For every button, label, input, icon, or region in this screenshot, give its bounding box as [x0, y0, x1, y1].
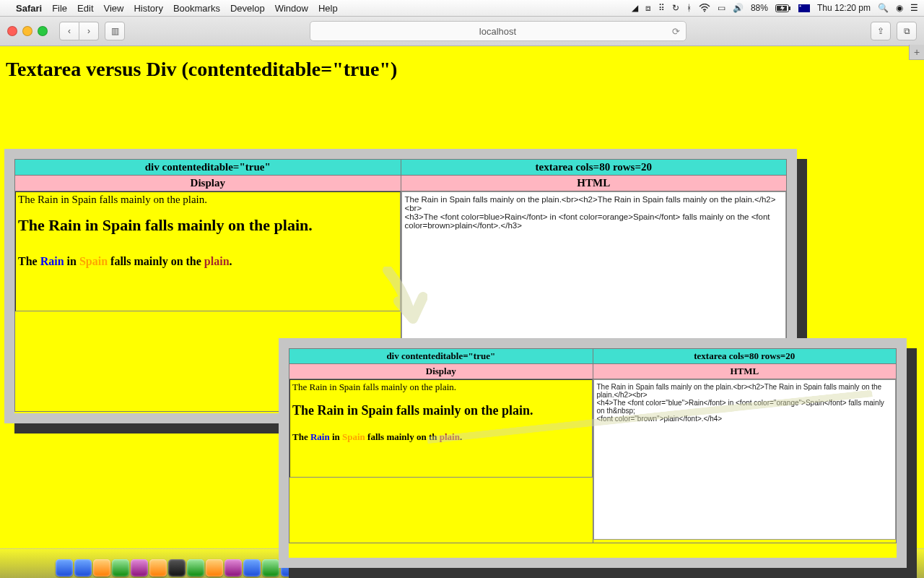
svg-rect-2 [789, 7, 790, 10]
panel1-subheader-html: HTML [401, 176, 787, 191]
dock-app-icon[interactable] [168, 559, 186, 577]
macos-menubar: Safari File Edit View History Bookmarks … [0, 0, 924, 17]
menu-view[interactable]: View [104, 3, 124, 14]
panel1-subheader-display: Display [15, 176, 401, 191]
status-flag-icon[interactable] [798, 4, 810, 12]
menu-window[interactable]: Window [275, 3, 308, 14]
menu-history[interactable]: History [134, 3, 162, 14]
dock-app-icon[interactable] [56, 559, 73, 577]
status-wifi-icon[interactable] [699, 4, 710, 12]
status-battery-percent: 88% [751, 3, 768, 13]
status-grid-icon[interactable]: ⠿ [658, 3, 665, 13]
annotation-arrow-icon [377, 267, 427, 335]
dock-app-icon[interactable] [74, 559, 92, 577]
status-siri-icon[interactable]: ◉ [896, 3, 903, 13]
panel1-header-left: div contenteditable="true" [15, 160, 401, 176]
address-bar[interactable]: localhost ⟳ [310, 21, 687, 41]
dock-app-icon[interactable] [131, 559, 148, 577]
page-body: Textarea versus Div (contenteditable="tr… [0, 46, 924, 543]
status-display-icon[interactable]: ▭ [718, 3, 725, 13]
status-battery-icon[interactable] [775, 4, 791, 12]
status-bluetooth-icon[interactable]: ᚼ [687, 3, 692, 13]
status-spotlight-icon[interactable]: 🔍 [878, 3, 889, 13]
dock-app-icon[interactable] [112, 559, 129, 577]
status-volume-icon[interactable]: 🔊 [733, 3, 744, 13]
panel2-header-left: div contenteditable="true" [289, 349, 593, 364]
panel1-line1: The Rain in Spain falls mainly on the pl… [18, 194, 207, 205]
window-close-button[interactable] [7, 26, 17, 36]
menu-file[interactable]: File [52, 3, 67, 14]
back-button[interactable]: ‹ [59, 22, 79, 40]
app-name[interactable]: Safari [16, 3, 42, 14]
dock-app-icon[interactable] [262, 559, 279, 577]
safari-toolbar: ‹ › ▥ localhost ⟳ ⇪ ⧉ [0, 17, 924, 46]
sidebar-button[interactable]: ▥ [105, 22, 125, 40]
page-title: Textarea versus Div (contenteditable="tr… [6, 58, 918, 81]
status-dropbox-icon[interactable]: ⧈ [645, 3, 651, 13]
panel1-header-right: textarea cols=80 rows=20 [401, 160, 787, 176]
status-avast-icon[interactable]: ◢ [632, 3, 638, 13]
forward-button[interactable]: › [79, 22, 99, 40]
menu-edit[interactable]: Edit [77, 3, 93, 14]
reload-icon[interactable]: ⟳ [672, 26, 680, 37]
window-minimize-button[interactable] [22, 26, 32, 36]
panel1-line3: The Rain in Spain falls mainly on the pl… [18, 255, 398, 268]
dock-app-icon[interactable] [243, 559, 261, 577]
menu-help[interactable]: Help [318, 3, 338, 14]
status-notifications-icon[interactable]: ☰ [910, 3, 918, 13]
panel2-line1: The Rain in Spain falls mainly on the pl… [292, 381, 456, 392]
dock-app-icon[interactable] [93, 559, 110, 577]
menu-develop[interactable]: Develop [230, 3, 265, 14]
panel1-line2: The Rain in Spain falls mainly on the pl… [18, 216, 398, 235]
panel1-contenteditable[interactable]: The Rain in Spain falls mainly on the pl… [15, 191, 401, 311]
window-controls [7, 26, 48, 36]
window-zoom-button[interactable] [38, 26, 48, 36]
panel2-subheader-display: Display [289, 364, 593, 379]
address-bar-text: localhost [479, 26, 516, 37]
menu-bookmarks[interactable]: Bookmarks [173, 3, 220, 14]
svg-point-0 [704, 11, 705, 12]
dock-app-icon[interactable] [149, 559, 167, 577]
panel2-subheader-html: HTML [593, 364, 897, 379]
panel2-line2: The Rain in Spain falls mainly on the pl… [292, 403, 590, 418]
dock-app-icon[interactable] [206, 559, 223, 577]
share-button[interactable]: ⇪ [871, 22, 891, 40]
dock-app-icon[interactable] [225, 559, 242, 577]
dock-app-icon[interactable] [187, 559, 204, 577]
status-timemachine-icon[interactable]: ↻ [672, 3, 679, 13]
status-clock[interactable]: Thu 12:20 pm [817, 3, 871, 13]
panel2-header-right: textarea cols=80 rows=20 [593, 349, 897, 364]
show-tabs-button[interactable]: ⧉ [897, 22, 917, 40]
